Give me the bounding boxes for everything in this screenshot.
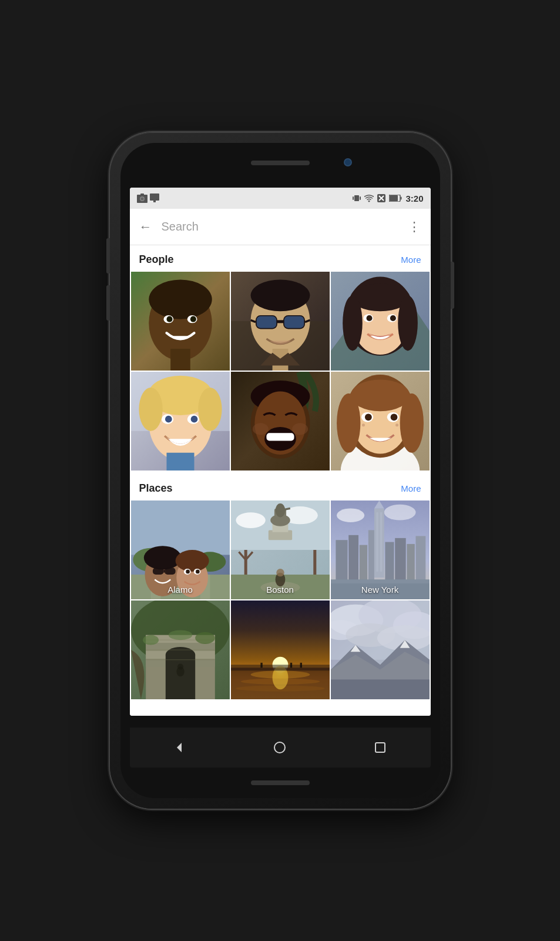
- svg-rect-81: [131, 500, 230, 555]
- svg-rect-95: [165, 568, 175, 575]
- svg-point-53: [198, 388, 222, 431]
- svg-point-23: [166, 316, 172, 322]
- volume-up-button[interactable]: [106, 238, 110, 273]
- svg-point-71: [350, 379, 410, 411]
- vibrate-icon: [353, 193, 361, 203]
- places-photo-sunset[interactable]: [231, 600, 330, 699]
- search-input[interactable]: Search: [162, 220, 398, 233]
- bottom-nav-bar: [130, 728, 431, 768]
- svg-point-118: [276, 569, 284, 576]
- search-bar[interactable]: ← Search ⋮: [130, 209, 431, 245]
- back-button[interactable]: ←: [139, 219, 152, 235]
- svg-marker-178: [177, 743, 182, 752]
- svg-point-144: [165, 647, 195, 663]
- svg-rect-130: [374, 508, 384, 578]
- svg-rect-3: [140, 193, 144, 195]
- places-photo-newyork[interactable]: New York: [331, 500, 430, 599]
- power-button[interactable]: [451, 262, 454, 309]
- svg-point-78: [361, 423, 364, 426]
- svg-point-79: [395, 423, 398, 426]
- places-photo-boston[interactable]: Boston: [231, 500, 330, 599]
- people-grid: [130, 272, 431, 470]
- svg-rect-32: [277, 320, 283, 323]
- svg-rect-64: [266, 433, 294, 441]
- places-more-button[interactable]: More: [401, 483, 421, 493]
- alamo-label: Alamo: [131, 585, 230, 595]
- more-options-button[interactable]: ⋮: [408, 219, 421, 235]
- svg-rect-161: [231, 665, 330, 670]
- status-right-icons: 3:20: [353, 193, 423, 203]
- svg-rect-36: [284, 316, 304, 328]
- svg-point-58: [190, 416, 197, 423]
- places-photo-clouds[interactable]: [331, 600, 430, 699]
- home-nav-button[interactable]: [269, 737, 290, 758]
- places-photo-temple[interactable]: [131, 600, 230, 699]
- svg-rect-54: [166, 453, 194, 470]
- places-section-header: Places More: [130, 474, 431, 500]
- svg-point-42: [343, 295, 363, 351]
- back-nav-button[interactable]: [169, 737, 190, 758]
- svg-point-73: [400, 393, 423, 453]
- status-bar: 3:20: [130, 188, 431, 209]
- svg-rect-6: [153, 201, 156, 202]
- speaker-top: [251, 161, 310, 165]
- svg-point-149: [195, 632, 215, 644]
- svg-rect-164: [300, 663, 301, 668]
- people-photo-4[interactable]: [131, 372, 230, 470]
- svg-point-43: [398, 295, 418, 351]
- svg-rect-135: [331, 579, 430, 583]
- people-section-header: People More: [130, 245, 431, 272]
- svg-point-66: [292, 423, 308, 435]
- svg-point-57: [165, 416, 172, 423]
- speaker-bottom: [251, 780, 310, 785]
- svg-rect-163: [290, 663, 291, 668]
- svg-rect-180: [375, 743, 385, 752]
- svg-rect-19: [170, 349, 190, 371]
- wifi-icon: [364, 194, 374, 202]
- signal-x-icon: [377, 194, 385, 202]
- app-content: ← Search ⋮ People More: [130, 209, 431, 716]
- people-photo-5[interactable]: [231, 372, 330, 470]
- screen: 3:20 ← Search ⋮ People More: [130, 188, 431, 716]
- svg-point-120: [337, 508, 364, 522]
- svg-point-93: [175, 550, 209, 572]
- people-photo-6[interactable]: [331, 372, 430, 470]
- phone-device: 3:20 ← Search ⋮ People More: [110, 132, 451, 809]
- people-photo-2[interactable]: [231, 272, 330, 371]
- people-photo-3[interactable]: [331, 272, 430, 371]
- svg-point-20: [149, 279, 212, 319]
- notification-photo-icon: [137, 193, 147, 203]
- svg-rect-15: [390, 195, 398, 201]
- places-title: Places: [139, 482, 173, 495]
- svg-point-65: [252, 423, 268, 435]
- svg-rect-162: [260, 663, 262, 668]
- people-more-button[interactable]: More: [401, 255, 421, 265]
- notification-download-icon: [150, 193, 159, 203]
- places-grid: Alamo: [130, 500, 431, 699]
- status-time: 3:20: [405, 193, 423, 203]
- phone-screen-area: 3:20 ← Search ⋮ People More: [120, 143, 440, 798]
- svg-point-72: [337, 393, 360, 453]
- svg-rect-7: [354, 195, 359, 201]
- svg-rect-177: [331, 679, 430, 699]
- svg-rect-9: [360, 196, 361, 200]
- svg-rect-96: [163, 570, 165, 573]
- svg-point-99: [186, 570, 190, 574]
- svg-point-29: [250, 279, 310, 311]
- places-photo-alamo[interactable]: Alamo: [131, 500, 230, 599]
- svg-rect-35: [256, 316, 276, 328]
- recents-nav-button[interactable]: [370, 737, 391, 758]
- battery-icon: [389, 195, 402, 202]
- front-camera: [344, 158, 352, 166]
- svg-rect-16: [401, 197, 402, 200]
- volume-down-button[interactable]: [106, 285, 110, 321]
- people-title: People: [139, 253, 174, 266]
- svg-point-52: [139, 388, 162, 431]
- svg-point-2: [140, 198, 143, 201]
- boston-label: Boston: [231, 585, 330, 595]
- svg-rect-94: [152, 568, 163, 575]
- svg-rect-132: [376, 512, 378, 572]
- people-photo-1[interactable]: [131, 272, 230, 371]
- svg-point-77: [390, 413, 397, 421]
- svg-point-179: [274, 742, 285, 753]
